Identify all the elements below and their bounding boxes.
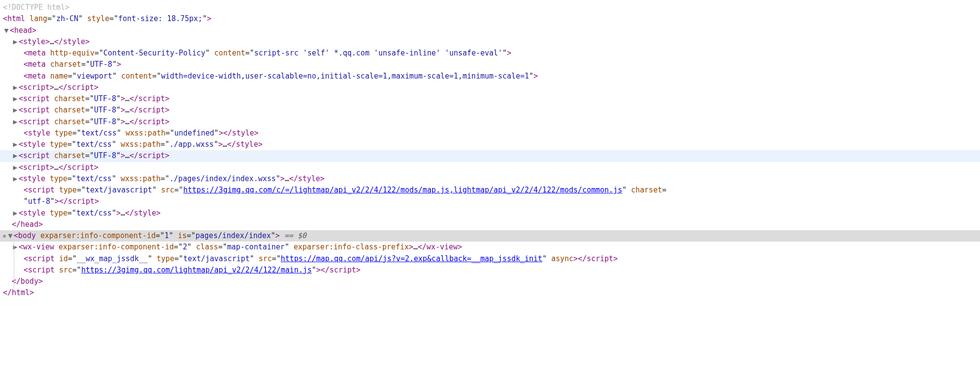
script-charset-line[interactable]: ▶<script charset="UTF-8">…</script> bbox=[0, 93, 980, 105]
script-charset-highlighted-line[interactable]: ▶<script charset="UTF-8">…</script> bbox=[0, 150, 980, 162]
style-app-wxss-line[interactable]: ▶<style type="text/css" wxss:path="./app… bbox=[0, 139, 980, 150]
collapse-arrow-down-icon[interactable]: ▼ bbox=[7, 230, 14, 242]
script-jssdk-line[interactable]: <script id="__wx_map_jssdk__" type="text… bbox=[0, 253, 980, 265]
script-line[interactable]: ▶<script>…</script> bbox=[0, 82, 980, 93]
collapse-arrow-right-icon[interactable]: ▶ bbox=[12, 173, 19, 185]
html-open-line[interactable]: <html lang="zh-CN" style="font-size: 18.… bbox=[0, 13, 980, 25]
script-map-src-line[interactable]: <script type="text/javascript" src="http… bbox=[0, 185, 980, 196]
body-close-line[interactable]: </body> bbox=[0, 276, 980, 287]
doctype-line[interactable]: <!DOCTYPE html> bbox=[0, 2, 980, 13]
collapse-arrow-right-icon[interactable]: ▶ bbox=[12, 242, 19, 253]
collapse-arrow-down-icon[interactable]: ▼ bbox=[3, 25, 10, 36]
meta-charset-line[interactable]: <meta charset="UTF-8"> bbox=[0, 59, 980, 70]
head-close-line[interactable]: </head> bbox=[0, 219, 980, 230]
collapse-arrow-right-icon[interactable]: ▶ bbox=[12, 162, 19, 173]
wx-view-line[interactable]: ▶<wx-view exparser:info-component-id="2"… bbox=[0, 242, 980, 253]
dom-breakpoint-dot-icon bbox=[3, 235, 6, 238]
body-open-selected-line[interactable]: ▼<body exparser:info-component-id="1" is… bbox=[0, 230, 980, 242]
collapse-arrow-right-icon[interactable]: ▶ bbox=[12, 82, 19, 93]
script-line[interactable]: ▶<script>…</script> bbox=[0, 162, 980, 173]
script-charset-line[interactable]: ▶<script charset="UTF-8">…</script> bbox=[0, 105, 980, 116]
jssdk-src-link[interactable]: https://map.qq.com/api/js?v=2.exp&callba… bbox=[281, 254, 543, 263]
collapse-arrow-right-icon[interactable]: ▶ bbox=[12, 139, 19, 150]
collapse-arrow-right-icon[interactable]: ▶ bbox=[12, 208, 19, 219]
dom-inspector: <!DOCTYPE html> <html lang="zh-CN" style… bbox=[0, 2, 980, 299]
tag: <html bbox=[3, 14, 25, 23]
style-index-wxss-line[interactable]: ▶<style type="text/css" wxss:path="./pag… bbox=[0, 173, 980, 185]
map-mods-src-link[interactable]: https://3gimg.qq.com/c/=/lightmap/api_v2… bbox=[183, 186, 622, 194]
html-close-line[interactable]: </html> bbox=[0, 287, 980, 298]
script-map-src-line-cont[interactable]: "utf-8"></script> bbox=[0, 196, 980, 207]
head-open-line[interactable]: ▼<head> bbox=[0, 25, 980, 36]
meta-viewport-line[interactable]: <meta name="viewport" content="width=dev… bbox=[0, 71, 980, 82]
attr: style bbox=[87, 14, 109, 23]
collapse-arrow-right-icon[interactable]: ▶ bbox=[12, 93, 19, 105]
collapse-arrow-right-icon[interactable]: ▶ bbox=[12, 105, 19, 116]
style-line[interactable]: ▶<style>…</style> bbox=[0, 36, 980, 48]
style-last-line[interactable]: ▶<style type="text/css">…</style> bbox=[0, 208, 980, 219]
tree-guide-line bbox=[14, 242, 14, 288]
selected-node-marker: == $0 bbox=[280, 231, 306, 240]
attr: lang bbox=[29, 14, 47, 23]
script-main-line[interactable]: <script src="https://3gimg.qq.com/lightm… bbox=[0, 265, 980, 276]
main-src-link[interactable]: https://3gimg.qq.com/lightmap/api_v2/2/4… bbox=[81, 266, 312, 274]
style-wxss-line[interactable]: <style type="text/css" wxss:path="undefi… bbox=[0, 128, 980, 139]
collapse-arrow-right-icon[interactable]: ▶ bbox=[12, 150, 19, 162]
collapse-arrow-right-icon[interactable]: ▶ bbox=[12, 116, 19, 128]
collapse-arrow-right-icon[interactable]: ▶ bbox=[12, 36, 19, 48]
script-charset-line[interactable]: ▶<script charset="UTF-8">…</script> bbox=[0, 116, 980, 128]
meta-csp-line[interactable]: <meta http-equiv="Content-Security-Polic… bbox=[0, 48, 980, 59]
doctype-text: <!DOCTYPE html> bbox=[3, 3, 69, 12]
